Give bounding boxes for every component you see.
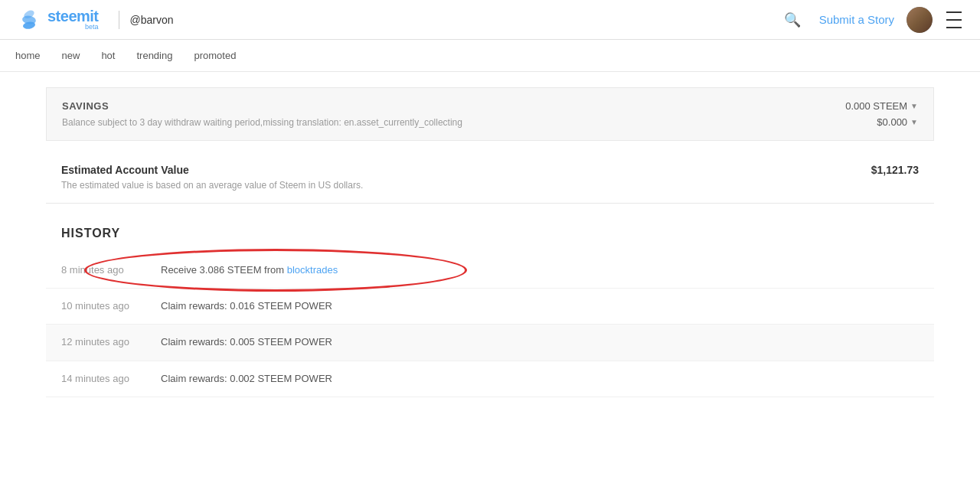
main-nav: home new hot trending promoted bbox=[0, 40, 980, 72]
history-row-3: 12 minutes ago Claim rewards: 0.005 STEE… bbox=[46, 325, 934, 361]
nav-home[interactable]: home bbox=[15, 50, 41, 61]
history-time-2: 10 minutes ago bbox=[46, 289, 145, 324]
savings-card: SAVINGS 0.000 STEEM ▼ Balance subject to… bbox=[46, 87, 934, 141]
nav-trending[interactable]: trending bbox=[136, 50, 172, 61]
history-extra-4 bbox=[540, 361, 934, 397]
savings-steem-amount: 0.000 STEEM ▼ bbox=[845, 100, 918, 112]
username-label: @barvon bbox=[130, 14, 174, 26]
estimated-left: Estimated Account Value The estimated va… bbox=[61, 164, 363, 191]
logo[interactable]: steemit beta bbox=[15, 6, 99, 34]
history-section: HISTORY 8 minutes ago Receive 3.086 STEE… bbox=[46, 227, 934, 413]
history-time-1: 8 minutes ago bbox=[46, 253, 145, 288]
history-time-4: 14 minutes ago bbox=[46, 361, 145, 397]
history-extra-3 bbox=[540, 325, 934, 360]
savings-steem-value: 0.000 STEEM bbox=[845, 100, 907, 112]
savings-top-row: SAVINGS 0.000 STEEM ▼ bbox=[62, 100, 918, 112]
history-desc-1: Receive 3.086 STEEM from blocktrades bbox=[145, 253, 540, 288]
header: steemit beta @barvon 🔍 Submit a Story bbox=[0, 0, 980, 40]
savings-usd-caret[interactable]: ▼ bbox=[910, 118, 918, 126]
avatar[interactable] bbox=[906, 7, 933, 33]
history-extra-1 bbox=[540, 253, 934, 288]
nav-hot[interactable]: hot bbox=[101, 50, 115, 61]
nav-new[interactable]: new bbox=[62, 50, 80, 61]
main-content: SAVINGS 0.000 STEEM ▼ Balance subject to… bbox=[31, 87, 949, 413]
nav-promoted[interactable]: promoted bbox=[194, 50, 236, 61]
blocktrades-link[interactable]: blocktrades bbox=[287, 264, 338, 276]
history-desc-4: Claim rewards: 0.002 STEEM POWER bbox=[145, 361, 540, 397]
menu-button[interactable] bbox=[943, 5, 965, 34]
savings-bottom-row: Balance subject to 3 day withdraw waitin… bbox=[62, 116, 918, 128]
savings-usd-value: $0.000 bbox=[877, 116, 907, 128]
menu-icon-line2 bbox=[946, 19, 962, 21]
logo-steemit-label: steemit bbox=[47, 8, 99, 24]
logo-beta-label: beta bbox=[47, 24, 99, 31]
savings-steem-caret[interactable]: ▼ bbox=[910, 102, 918, 110]
estimated-account-value-card: Estimated Account Value The estimated va… bbox=[46, 152, 934, 204]
savings-label: SAVINGS bbox=[62, 100, 109, 112]
history-row-1: 8 minutes ago Receive 3.086 STEEM from b… bbox=[46, 253, 934, 289]
menu-icon-line1 bbox=[946, 11, 962, 13]
estimated-description: The estimated value is based on an avera… bbox=[61, 180, 363, 191]
history-title: HISTORY bbox=[46, 227, 934, 240]
submit-story-button[interactable]: Submit a Story bbox=[819, 13, 894, 26]
history-desc-3: Claim rewards: 0.005 STEEM POWER bbox=[145, 325, 540, 360]
estimated-value: $1,121.73 bbox=[871, 164, 919, 176]
savings-description: Balance subject to 3 day withdraw waitin… bbox=[62, 117, 462, 128]
avatar-image bbox=[906, 7, 933, 33]
history-time-3: 12 minutes ago bbox=[46, 325, 145, 360]
savings-usd-amount: $0.000 ▼ bbox=[877, 116, 918, 128]
history-row-2: 10 minutes ago Claim rewards: 0.016 STEE… bbox=[46, 289, 934, 325]
logo-text: steemit beta bbox=[47, 8, 99, 31]
estimated-title: Estimated Account Value bbox=[61, 164, 363, 176]
search-icon[interactable]: 🔍 bbox=[784, 11, 801, 28]
history-desc-2: Claim rewards: 0.016 STEEM POWER bbox=[145, 289, 540, 324]
header-divider bbox=[119, 11, 119, 29]
history-row-4: 14 minutes ago Claim rewards: 0.002 STEE… bbox=[46, 361, 934, 397]
menu-icon-line3 bbox=[946, 27, 962, 28]
steemit-logo-icon bbox=[15, 6, 43, 34]
history-extra-2 bbox=[540, 289, 934, 324]
